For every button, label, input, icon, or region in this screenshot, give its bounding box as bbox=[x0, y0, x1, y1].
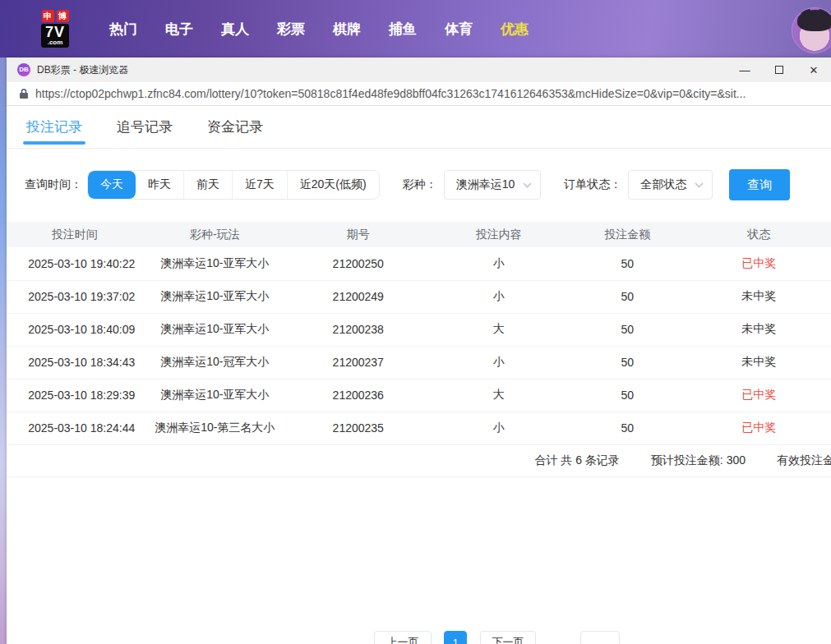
summary-row: 合计 共 6 条记录 预计投注金额: 300 有效投注金额 bbox=[7, 445, 831, 477]
cell-bet-amount: 50 bbox=[568, 280, 686, 313]
maximize-button[interactable] bbox=[762, 58, 796, 82]
nav-item-cards[interactable]: 棋牌 bbox=[322, 20, 372, 39]
site-logo[interactable]: 申 博 7V .com bbox=[33, 10, 77, 48]
time-option-20days[interactable]: 近20天(低频) bbox=[287, 171, 379, 199]
status-select-value: 全部状态 bbox=[640, 177, 686, 192]
nav-item-lottery[interactable]: 彩票 bbox=[266, 20, 316, 39]
cell-bet-time: 2025-03-10 18:24:44 bbox=[7, 412, 142, 444]
cell-game-play: 澳洲幸运10-亚军大小 bbox=[142, 379, 287, 412]
cell-game-play: 澳洲幸运10-第三名大小 bbox=[142, 412, 287, 444]
status-badge: 已中奖 bbox=[686, 247, 831, 280]
filter-bar: 查询时间： 今天 昨天 前天 近7天 近20天(低频) 彩种： 澳洲幸运10 订… bbox=[25, 170, 831, 200]
logo-badge-bo: 博 bbox=[57, 10, 69, 22]
nav-item-promo[interactable]: 优惠 bbox=[490, 20, 539, 39]
time-option-yesterday[interactable]: 昨天 bbox=[136, 171, 183, 199]
table-header-row: 投注时间 彩种-玩法 期号 投注内容 投注金额 状态 bbox=[7, 222, 831, 247]
cell-bet-time: 2025-03-10 18:40:09 bbox=[7, 313, 142, 346]
cell-game-play: 澳洲幸运10-亚军大小 bbox=[142, 313, 287, 346]
window-controls: — ✕ bbox=[727, 58, 831, 82]
table-row: 2025-03-10 19:40:22 澳洲幸运10-亚军大小 21200250… bbox=[7, 247, 831, 280]
tab-fund-records[interactable]: 资金记录 bbox=[207, 106, 263, 148]
record-tabs: 投注记录 追号记录 资金记录 bbox=[7, 106, 831, 149]
cell-issue: 21200235 bbox=[287, 412, 430, 444]
cell-bet-time: 2025-03-10 18:29:39 bbox=[7, 379, 142, 412]
cell-issue: 21200250 bbox=[287, 247, 430, 280]
nav-item-hot[interactable]: 热门 bbox=[99, 20, 148, 39]
close-button[interactable]: ✕ bbox=[796, 58, 831, 82]
header-issue: 期号 bbox=[287, 222, 430, 247]
browser-window: DB DB彩票 - 极速浏览器 — ✕ https://ctop02pchwp1… bbox=[7, 58, 831, 644]
cell-bet-amount: 50 bbox=[568, 247, 686, 280]
next-page-button[interactable]: 下一页 bbox=[480, 631, 536, 644]
cell-bet-content: 小 bbox=[430, 247, 569, 280]
time-option-7days[interactable]: 近7天 bbox=[232, 171, 287, 199]
header-status: 状态 bbox=[686, 222, 831, 247]
header-bet-amount: 投注金额 bbox=[568, 222, 686, 247]
summary-expected-amount: 预计投注金额: 300 bbox=[651, 453, 746, 468]
nav-item-sports[interactable]: 体育 bbox=[434, 20, 483, 39]
header-bet-time: 投注时间 bbox=[7, 222, 142, 247]
logo-badges: 申 博 bbox=[42, 10, 69, 22]
time-option-day-before[interactable]: 前天 bbox=[183, 171, 232, 199]
bet-records-table: 投注时间 彩种-玩法 期号 投注内容 投注金额 状态 2025-03-10 19… bbox=[7, 222, 831, 445]
window-title-bar[interactable]: DB DB彩票 - 极速浏览器 — ✕ bbox=[7, 58, 831, 82]
table-row: 2025-03-10 18:34:43 澳洲幸运10-冠军大小 21200237… bbox=[7, 346, 831, 379]
cell-bet-amount: 50 bbox=[568, 313, 686, 346]
table-row: 2025-03-10 18:40:09 澳洲幸运10-亚军大小 21200238… bbox=[7, 313, 831, 346]
logo-badge-shen: 申 bbox=[42, 10, 54, 22]
status-badge: 已中奖 bbox=[686, 379, 831, 412]
logo-box: 7V .com bbox=[41, 24, 69, 48]
minimize-icon: — bbox=[740, 64, 750, 76]
cell-bet-content: 小 bbox=[430, 346, 569, 379]
cell-bet-content: 大 bbox=[430, 379, 569, 412]
header-bet-content: 投注内容 bbox=[430, 222, 569, 247]
url-text[interactable]: https://ctop02pchwp1.zfnc84.com/lottery/… bbox=[35, 87, 746, 100]
tab-chase-records[interactable]: 追号记录 bbox=[117, 106, 173, 148]
status-badge: 未中奖 bbox=[686, 346, 831, 379]
cell-game-play: 澳洲幸运10-亚军大小 bbox=[142, 247, 287, 280]
close-icon: ✕ bbox=[810, 64, 819, 76]
query-button[interactable]: 查询 bbox=[729, 169, 790, 200]
current-page-button[interactable]: 1 bbox=[444, 631, 467, 644]
cell-bet-content: 小 bbox=[430, 280, 569, 313]
cell-game-play: 澳洲幸运10-冠军大小 bbox=[142, 346, 287, 379]
logo-main-text: 7V bbox=[45, 25, 65, 39]
main-menu: 热门 电子 真人 彩票 棋牌 捕鱼 体育 优惠 bbox=[95, 20, 542, 39]
cell-bet-amount: 50 bbox=[568, 412, 686, 444]
nav-item-live[interactable]: 真人 bbox=[210, 20, 260, 39]
order-status-select[interactable]: 全部状态 bbox=[628, 170, 713, 200]
cell-bet-content: 大 bbox=[430, 313, 569, 346]
page-content: 投注记录 追号记录 资金记录 查询时间： 今天 昨天 前天 近7天 近20天(低… bbox=[7, 106, 831, 643]
status-badge: 未中奖 bbox=[686, 280, 831, 313]
cell-bet-content: 小 bbox=[430, 412, 569, 444]
cell-issue: 21200236 bbox=[287, 379, 430, 412]
status-badge: 已中奖 bbox=[686, 412, 831, 444]
page-size-box[interactable] bbox=[580, 631, 620, 644]
minimize-button[interactable]: — bbox=[727, 58, 762, 82]
db-favicon-icon: DB bbox=[17, 63, 30, 76]
time-filter-group: 今天 昨天 前天 近7天 近20天(低频) bbox=[87, 170, 380, 200]
cell-issue: 21200249 bbox=[287, 280, 430, 313]
lottery-select[interactable]: 澳洲幸运10 bbox=[444, 170, 542, 200]
table-row: 2025-03-10 18:24:44 澳洲幸运10-第三名大小 2120023… bbox=[7, 412, 831, 444]
cell-bet-time: 2025-03-10 18:34:43 bbox=[7, 346, 142, 379]
cell-bet-time: 2025-03-10 19:40:22 bbox=[7, 247, 142, 280]
chevron-down-icon bbox=[523, 182, 532, 188]
pagination: 上一页 1 下一页 bbox=[374, 631, 620, 644]
nav-item-slots[interactable]: 电子 bbox=[155, 20, 204, 39]
lottery-filter-label: 彩种： bbox=[403, 177, 437, 192]
top-nav-bar: 申 博 7V .com 热门 电子 真人 彩票 棋牌 捕鱼 体育 优惠 bbox=[0, 0, 831, 58]
cell-issue: 21200238 bbox=[287, 313, 430, 346]
tab-bet-records[interactable]: 投注记录 bbox=[26, 106, 82, 148]
time-option-today[interactable]: 今天 bbox=[88, 171, 136, 199]
cell-bet-time: 2025-03-10 19:37:02 bbox=[7, 280, 142, 313]
summary-valid-amount: 有效投注金额 bbox=[777, 453, 831, 468]
chevron-down-icon bbox=[695, 182, 704, 188]
prev-page-button[interactable]: 上一页 bbox=[374, 631, 432, 644]
window-title: DB彩票 - 极速浏览器 bbox=[37, 63, 128, 77]
address-bar[interactable]: https://ctop02pchwp1.zfnc84.com/lottery/… bbox=[7, 82, 831, 106]
user-avatar[interactable] bbox=[792, 7, 831, 53]
lock-icon bbox=[19, 88, 29, 99]
status-filter-label: 订单状态： bbox=[564, 177, 621, 192]
nav-item-fishing[interactable]: 捕鱼 bbox=[378, 20, 427, 39]
